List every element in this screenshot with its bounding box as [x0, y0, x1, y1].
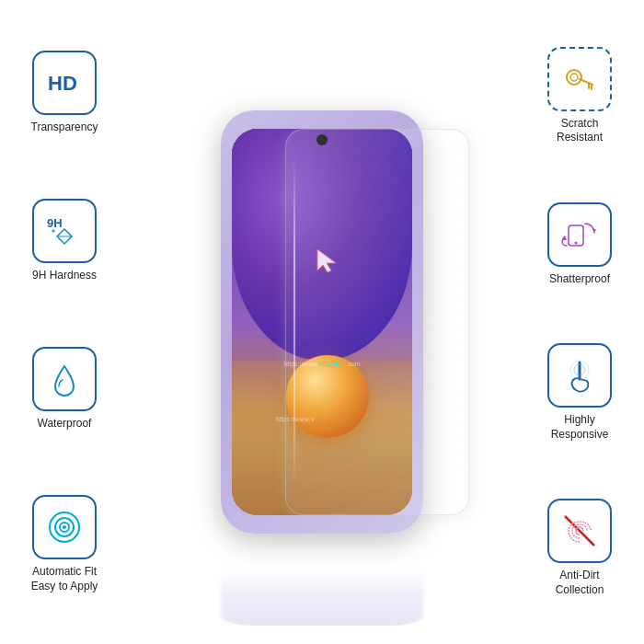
svg-point-13 — [570, 74, 578, 81]
svg-line-5 — [64, 229, 72, 236]
svg-line-14 — [580, 79, 592, 85]
phone-container: https://www.VELZIGO.com https://www.V — [175, 28, 469, 616]
scratch-label: Scratch Resistant — [557, 117, 603, 145]
feature-waterproof: Waterproof — [32, 347, 97, 431]
touch-icon — [559, 355, 600, 396]
target-icon — [44, 507, 85, 547]
key-icon — [559, 59, 600, 99]
water-icon-box — [32, 347, 97, 411]
svg-point-18 — [575, 241, 578, 244]
right-features: Scratch Resistant Shatterproof — [515, 0, 644, 644]
feature-scratch-resistant: Scratch Resistant — [547, 47, 612, 145]
svg-point-11 — [63, 525, 66, 529]
diamond-icon: 9H — [44, 211, 85, 251]
svg-text:9H: 9H — [47, 216, 63, 230]
feature-9h-hardness: 9H 9H Hardness — [32, 199, 97, 283]
autofit-label: Automatic Fit Easy to Apply — [31, 565, 98, 593]
shatter-icon-box — [547, 202, 612, 267]
svg-line-23 — [565, 516, 594, 546]
screen-protector — [285, 129, 469, 515]
feature-autofit: Automatic Fit Easy to Apply — [31, 495, 98, 593]
shatter-label: Shatterproof — [549, 272, 610, 287]
waterproof-label: Waterproof — [38, 417, 92, 431]
svg-line-4 — [57, 229, 64, 236]
hd-icon-box: HD — [32, 51, 97, 115]
responsive-label: Highly Responsive — [551, 413, 609, 442]
svg-marker-19 — [592, 229, 596, 233]
phone-reflection — [221, 570, 423, 626]
hardness-label: 9H Hardness — [32, 269, 97, 283]
feature-highly-responsive: Highly Responsive — [547, 343, 612, 442]
main-container: HD Transparency 9H 9H Hard — [0, 0, 644, 644]
phone-rotate-icon — [559, 214, 600, 255]
feature-shatterproof: Shatterproof — [547, 202, 612, 287]
diamond-icon-box: 9H — [32, 199, 97, 263]
feature-hd-transparency: HD Transparency — [31, 51, 98, 135]
feature-anti-dirt: Anti-Dirt Collection — [547, 499, 612, 597]
antidirt-label: Anti-Dirt Collection — [556, 569, 604, 597]
fingerprint-icon — [559, 511, 600, 551]
svg-point-12 — [567, 70, 581, 85]
scratch-icon-box — [547, 47, 612, 111]
hd-label: Transparency — [31, 121, 98, 135]
hd-icon: HD — [44, 63, 85, 103]
svg-text:HD: HD — [48, 72, 77, 95]
autofit-icon-box — [32, 495, 97, 559]
responsive-icon-box — [547, 343, 612, 408]
water-drop-icon — [44, 359, 85, 399]
antidirt-icon-box — [547, 499, 612, 563]
left-features: HD Transparency 9H 9H Hard — [0, 0, 129, 644]
